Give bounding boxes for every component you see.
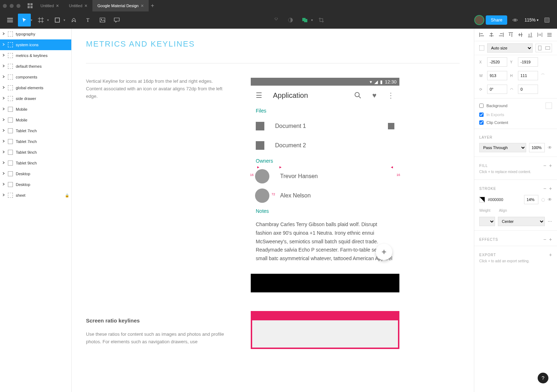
stroke-weight-select[interactable] bbox=[479, 217, 495, 226]
frame-tool[interactable] bbox=[34, 14, 47, 27]
layer-row-Mobile[interactable]: Mobile bbox=[0, 104, 71, 115]
tab-untitled-2[interactable]: Untitled× bbox=[64, 0, 92, 11]
expand-arrow-icon[interactable] bbox=[2, 150, 6, 154]
remove-stroke-icon[interactable]: − bbox=[543, 186, 546, 191]
expand-arrow-icon[interactable] bbox=[2, 183, 6, 186]
help-button[interactable]: ? bbox=[538, 373, 548, 383]
layer-row-metrics-&-keylines[interactable]: metrics & keylines bbox=[0, 50, 71, 61]
expand-arrow-icon[interactable] bbox=[2, 75, 6, 79]
remove-fill-icon[interactable]: − bbox=[543, 163, 546, 168]
expand-arrow-icon[interactable] bbox=[2, 129, 6, 133]
in-exports-checkbox[interactable] bbox=[479, 113, 484, 117]
layer-row-Desktop[interactable]: Desktop bbox=[0, 168, 71, 179]
add-fill-icon[interactable]: + bbox=[549, 163, 552, 168]
chevron-down-icon[interactable]: ▼ bbox=[47, 19, 49, 22]
chevron-down-icon[interactable]: ▼ bbox=[311, 19, 313, 22]
align-top-icon[interactable] bbox=[508, 32, 513, 37]
portrait-toggle[interactable] bbox=[536, 44, 544, 52]
height-input[interactable] bbox=[518, 71, 538, 80]
blend-mode-select[interactable]: Pass Through bbox=[479, 143, 526, 152]
visibility-icon[interactable]: 👁 bbox=[548, 145, 552, 150]
layer-row-Mobile[interactable]: Mobile bbox=[0, 115, 71, 125]
width-input[interactable] bbox=[487, 71, 507, 80]
align-right-icon[interactable] bbox=[499, 32, 504, 37]
home-icon[interactable] bbox=[28, 3, 33, 8]
link-dimensions-icon[interactable]: ⏜ bbox=[541, 73, 545, 78]
radius-input[interactable] bbox=[518, 85, 538, 94]
close-icon[interactable]: × bbox=[85, 3, 87, 9]
minimize-window[interactable] bbox=[10, 4, 14, 8]
expand-arrow-icon[interactable] bbox=[2, 86, 6, 90]
layer-row-components[interactable]: components bbox=[0, 72, 71, 82]
layer-row-Tablet-7inch[interactable]: Tablet 7inch bbox=[0, 136, 71, 147]
stroke-hex[interactable]: #000000 bbox=[488, 197, 503, 202]
maximize-window[interactable] bbox=[16, 4, 20, 8]
clip-content-checkbox[interactable] bbox=[479, 120, 484, 125]
stroke-swatch[interactable] bbox=[479, 197, 485, 202]
layer-opacity-input[interactable] bbox=[529, 143, 545, 152]
present-button[interactable] bbox=[509, 14, 522, 27]
expand-arrow-icon[interactable] bbox=[2, 118, 6, 122]
layer-row-Tablet-7inch[interactable]: Tablet 7inch bbox=[0, 125, 71, 136]
align-left-icon[interactable] bbox=[479, 32, 484, 37]
constraint-icon[interactable] bbox=[479, 46, 484, 51]
expand-arrow-icon[interactable] bbox=[2, 172, 6, 176]
stroke-style-icon[interactable]: ◌ bbox=[541, 197, 545, 202]
mask-tool[interactable] bbox=[284, 14, 297, 27]
layer-row-global-elements[interactable]: global elements bbox=[0, 82, 71, 93]
expand-arrow-icon[interactable] bbox=[2, 64, 6, 68]
layer-row-system-icons[interactable]: system icons bbox=[0, 39, 71, 50]
expand-arrow-icon[interactable] bbox=[2, 107, 6, 111]
zoom-level[interactable]: 115% bbox=[523, 18, 537, 23]
distribute-h-icon[interactable] bbox=[537, 32, 542, 37]
stroke-opacity-input[interactable] bbox=[524, 195, 538, 204]
align-vcenter-icon[interactable] bbox=[518, 32, 523, 37]
stroke-align-select[interactable]: Center bbox=[498, 217, 545, 226]
layer-row-Desktop[interactable]: Desktop bbox=[0, 179, 71, 190]
move-tool[interactable] bbox=[18, 14, 31, 27]
expand-arrow-icon[interactable] bbox=[2, 97, 6, 100]
component-tool[interactable] bbox=[270, 14, 283, 27]
layer-row-typography[interactable]: typography bbox=[0, 29, 71, 39]
layer-row-Tablet-9inch[interactable]: Tablet 9inch bbox=[0, 158, 71, 168]
layer-row-default-themes[interactable]: default themes bbox=[0, 61, 71, 72]
layer-row-side-drawer[interactable]: side drawer bbox=[0, 93, 71, 104]
lock-icon[interactable]: 🔒 bbox=[65, 193, 69, 197]
text-tool[interactable]: T bbox=[82, 14, 95, 27]
add-stroke-icon[interactable]: + bbox=[549, 186, 552, 191]
image-tool[interactable] bbox=[96, 14, 109, 27]
chevron-down-icon[interactable]: ▼ bbox=[536, 19, 539, 22]
layer-row-sheet[interactable]: sheet🔒 bbox=[0, 190, 71, 201]
user-avatar[interactable] bbox=[474, 15, 484, 25]
close-icon[interactable]: × bbox=[141, 3, 144, 9]
expand-arrow-icon[interactable] bbox=[2, 32, 6, 36]
chevron-down-icon[interactable]: ▼ bbox=[30, 19, 33, 22]
layer-row-Tablet-9inch[interactable]: Tablet 9inch bbox=[0, 147, 71, 158]
expand-arrow-icon[interactable] bbox=[2, 140, 6, 143]
crop-tool[interactable] bbox=[315, 14, 328, 27]
expand-arrow-icon[interactable] bbox=[2, 161, 6, 165]
add-export-icon[interactable]: + bbox=[549, 252, 552, 258]
align-hcenter-icon[interactable] bbox=[489, 32, 494, 37]
align-bottom-icon[interactable] bbox=[528, 32, 533, 37]
x-input[interactable] bbox=[487, 57, 507, 67]
landscape-toggle[interactable] bbox=[544, 44, 552, 52]
add-effect-icon[interactable]: + bbox=[549, 236, 552, 242]
close-icon[interactable]: × bbox=[56, 3, 59, 9]
pixel-preview[interactable] bbox=[541, 14, 553, 27]
more-align-icon[interactable] bbox=[547, 32, 552, 37]
rotation-input[interactable] bbox=[487, 85, 507, 94]
shape-tool[interactable] bbox=[51, 14, 64, 27]
tab-material-design[interactable]: Google Material Design× bbox=[92, 0, 149, 11]
autosize-select[interactable]: Auto size bbox=[487, 43, 533, 53]
chevron-down-icon[interactable]: ▼ bbox=[63, 19, 66, 22]
canvas[interactable]: METRICS AND KEYLINES Vertical Keyline fo… bbox=[72, 29, 474, 392]
expand-arrow-icon[interactable] bbox=[2, 54, 6, 57]
expand-arrow-icon[interactable] bbox=[2, 193, 6, 197]
comment-tool[interactable] bbox=[110, 14, 123, 27]
add-tab-button[interactable]: + bbox=[151, 3, 154, 9]
close-window[interactable] bbox=[3, 4, 7, 8]
expand-arrow-icon[interactable] bbox=[2, 43, 6, 47]
boolean-tool[interactable] bbox=[298, 14, 311, 27]
menu-button[interactable] bbox=[4, 14, 16, 27]
